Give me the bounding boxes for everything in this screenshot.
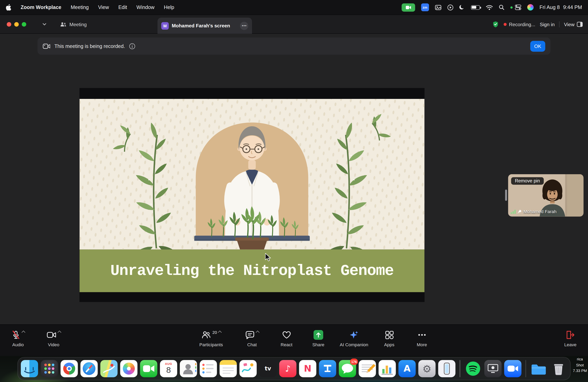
wifi-icon[interactable] (486, 5, 493, 10)
dock-icon-downloads-folder[interactable] (530, 360, 547, 377)
dock-icon-reminders[interactable] (200, 360, 217, 377)
dock-icon-spotify[interactable] (464, 360, 482, 377)
zoom-window-titlebar: Meeting M Mohamed Farah's screen ⋯ Recor… (0, 15, 588, 34)
dock-icon-capture-app[interactable] (484, 360, 501, 377)
dock-icon-notes[interactable] (220, 360, 237, 377)
dock-icon-apple-tv[interactable]: tv (259, 360, 277, 377)
connection-quality-icon (511, 209, 516, 214)
dock-icon-facetime[interactable] (140, 360, 157, 377)
dock-icon-launchpad[interactable] (41, 360, 58, 377)
dock-icon-zoom[interactable] (504, 360, 521, 377)
minimize-window-button[interactable] (14, 22, 19, 27)
leave-button[interactable]: Leave (564, 330, 576, 347)
menu-edit[interactable]: Edit (118, 5, 127, 10)
tab-options-button[interactable]: ⋯ (240, 21, 248, 30)
heart-icon (282, 330, 291, 340)
security-shield-icon[interactable] (492, 20, 499, 28)
video-options-chevron[interactable] (58, 331, 62, 334)
recording-status-label: Recording... (509, 21, 535, 27)
dock-icon-chrome[interactable] (61, 360, 78, 377)
news-glyph: N (304, 364, 312, 373)
dock-icon-photos[interactable] (120, 360, 137, 377)
close-window-button[interactable] (7, 22, 11, 27)
slide-title: Unraveling the Nitroplast Genome (80, 257, 425, 285)
dock-icon-safari[interactable] (80, 360, 98, 377)
settings-gear-glyph: ⚙ (422, 364, 431, 374)
dark-mode-icon[interactable] (459, 5, 465, 10)
chat-options-chevron[interactable] (256, 331, 260, 334)
recording-status: Recording... (504, 21, 535, 27)
apple-menu-icon[interactable] (6, 4, 11, 11)
zoom-window-button[interactable] (22, 22, 26, 27)
dock-icon-system-settings[interactable]: ⚙ (419, 360, 436, 377)
recording-dot-icon (504, 23, 507, 26)
menu-window[interactable]: Window (136, 5, 154, 10)
spotlight-icon[interactable] (499, 5, 504, 10)
microphone-muted-icon (11, 330, 21, 340)
dock-icon-maps[interactable] (100, 360, 118, 377)
menu-meeting[interactable]: Meeting (71, 5, 89, 10)
zoom-menubar-icon[interactable]: zm (421, 3, 429, 11)
dock-icon-music[interactable]: ♪ (279, 360, 296, 377)
screenshot-icon[interactable] (435, 5, 441, 10)
now-playing-icon[interactable] (447, 4, 453, 10)
dock-icon-textedit[interactable] (358, 360, 376, 377)
audio-options-chevron[interactable] (21, 331, 25, 334)
apps-button[interactable]: Apps (384, 330, 394, 347)
banner-ok-button[interactable]: OK (530, 40, 545, 51)
menubar-clock[interactable]: Fri Aug 8 9:44 PM (540, 5, 582, 10)
dock-icon-calendar[interactable]: AUG 8 (160, 360, 177, 377)
ai-companion-button[interactable]: AI Companion (340, 330, 368, 347)
tab-meeting[interactable]: Meeting (60, 15, 87, 34)
dock-icon-contacts[interactable] (180, 360, 197, 377)
desktop-file-label[interactable]: Shot (573, 362, 587, 368)
battery-icon[interactable] (471, 5, 480, 10)
tab-shared-screen[interactable]: M Mohamed Farah's screen ⋯ (158, 18, 252, 34)
audio-button[interactable]: Audio (11, 330, 25, 347)
desktop-file-labels[interactable]: rica Shot 7.33 PM (573, 356, 587, 374)
dock-icon-news[interactable]: N (299, 360, 316, 377)
pip-drag-handle[interactable] (505, 190, 507, 201)
dock-icon-app-store[interactable]: A (399, 360, 416, 377)
video-button[interactable]: Video (47, 330, 61, 347)
participants-label: Participants (199, 342, 223, 347)
info-icon[interactable] (129, 43, 136, 49)
sign-in-button[interactable]: Sign in (540, 21, 555, 27)
dock-icon-finder[interactable] (21, 360, 38, 377)
menu-help[interactable]: Help (164, 5, 174, 10)
dock: AUG 8 tv ♪ N 176 (17, 357, 571, 380)
chevron-down-icon[interactable] (42, 22, 47, 27)
more-button[interactable]: More (417, 330, 427, 347)
music-note-glyph: ♪ (285, 364, 291, 373)
dock-icon-freeform[interactable] (239, 360, 257, 377)
menubar-time: 9:44 PM (563, 5, 582, 10)
chat-button[interactable]: Chat (245, 330, 259, 347)
dock-icon-keynote[interactable] (319, 360, 336, 377)
more-label: More (417, 342, 427, 347)
view-button[interactable]: View (564, 21, 583, 27)
siri-icon[interactable] (527, 4, 534, 11)
titlebar-divider (559, 21, 560, 27)
control-center-icon[interactable] (515, 5, 521, 10)
menubar-app-name[interactable]: Zoom Workplace (21, 5, 61, 10)
dock-separator (460, 360, 460, 377)
react-button[interactable]: React (281, 330, 293, 347)
share-button[interactable]: Share (312, 330, 324, 347)
camera-active-icon[interactable] (402, 3, 415, 11)
dock-icon-numbers[interactable] (378, 360, 396, 377)
remove-pin-button[interactable]: Remove pin (511, 177, 544, 185)
recording-banner-message: This meeting is being recorded. (54, 43, 125, 49)
desktop-file-label[interactable]: 7.33 PM (573, 368, 587, 374)
apps-label: Apps (384, 342, 394, 347)
dock-icon-trash[interactable] (550, 360, 567, 377)
dock-icon-messages[interactable]: 176 (339, 360, 356, 377)
tab-meeting-label: Meeting (69, 21, 87, 27)
more-ellipsis-icon (417, 330, 427, 340)
participants-button[interactable]: 20 Participants (199, 330, 223, 347)
menu-view[interactable]: View (98, 5, 109, 10)
desktop-file-label[interactable]: rica (573, 356, 587, 362)
pinned-video-tile[interactable]: Remove pin Mohamed Farah (508, 174, 584, 217)
share-label: Share (312, 342, 324, 347)
participants-options-chevron[interactable] (218, 331, 222, 334)
dock-icon-iphone-mirroring[interactable] (438, 360, 455, 377)
